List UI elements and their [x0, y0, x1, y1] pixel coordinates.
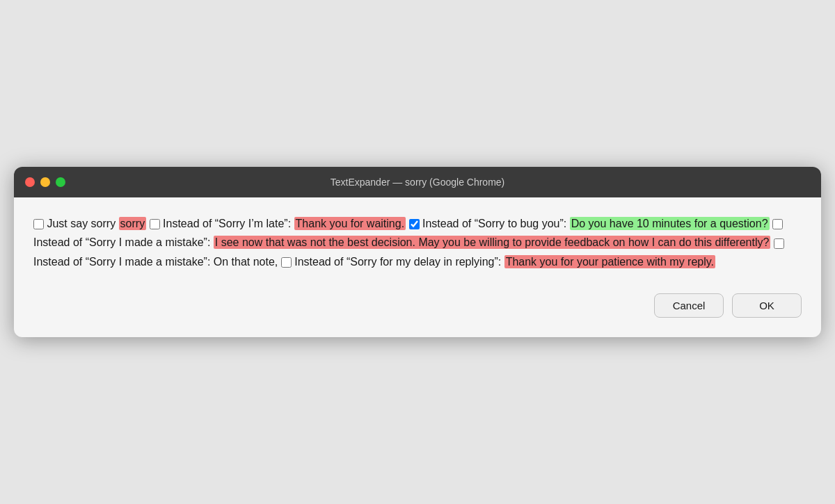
- cancel-button[interactable]: Cancel: [654, 293, 724, 318]
- checkbox6[interactable]: [281, 257, 292, 268]
- instead4-text: On that note,: [214, 256, 278, 268]
- checkbox4-wrap[interactable]: [772, 219, 783, 229]
- instead5-prefix: Instead of “Sorry for my delay in replyi…: [294, 256, 504, 268]
- just-say-sorry-label: Just say sorry: [47, 218, 116, 229]
- instead1-prefix: Instead of “Sorry I’m late”:: [163, 218, 291, 229]
- instead1-highlight: Thank you for waiting.: [294, 217, 406, 230]
- checkbox5[interactable]: [774, 238, 784, 249]
- buttons-row: Cancel OK: [33, 293, 802, 318]
- maximize-button[interactable]: [56, 177, 65, 187]
- instead3-highlight: I see now that was not the best decision…: [214, 236, 771, 249]
- checkbox4[interactable]: [772, 219, 783, 229]
- instead4-prefix: Instead of “Sorry I made a mistake”:: [33, 256, 214, 268]
- checkbox1[interactable]: [33, 219, 44, 229]
- content-area: Just say sorry sorry Instead of “Sorry I…: [14, 197, 821, 337]
- titlebar: TextExpander — sorry (Google Chrome): [14, 167, 821, 197]
- checkbox3[interactable]: [409, 219, 420, 229]
- checkbox3-wrap[interactable]: [409, 219, 420, 229]
- instead2-highlight: Do you have 10 minutes for a question?: [570, 217, 770, 230]
- checkbox2-wrap[interactable]: [150, 219, 160, 229]
- window-controls: [25, 177, 65, 187]
- minimize-button[interactable]: [40, 177, 50, 187]
- checkbox1-wrap[interactable]: [33, 219, 44, 229]
- instead5-highlight: Thank you for your patience with my repl…: [504, 255, 715, 268]
- sorry-highlight: sorry: [119, 217, 147, 230]
- main-window: TextExpander — sorry (Google Chrome) Jus…: [14, 167, 821, 337]
- checkbox6-wrap[interactable]: [281, 257, 292, 268]
- instead2-prefix: Instead of “Sorry to bug you”:: [422, 218, 570, 229]
- text-block: Just say sorry sorry Instead of “Sorry I…: [33, 214, 802, 271]
- ok-button[interactable]: OK: [732, 293, 802, 318]
- checkbox2[interactable]: [150, 219, 160, 229]
- window-title: TextExpander — sorry (Google Chrome): [331, 177, 505, 188]
- checkbox5-wrap[interactable]: [774, 238, 784, 249]
- close-button[interactable]: [25, 177, 35, 187]
- instead3-prefix: Instead of “Sorry I made a mistake”:: [33, 236, 214, 248]
